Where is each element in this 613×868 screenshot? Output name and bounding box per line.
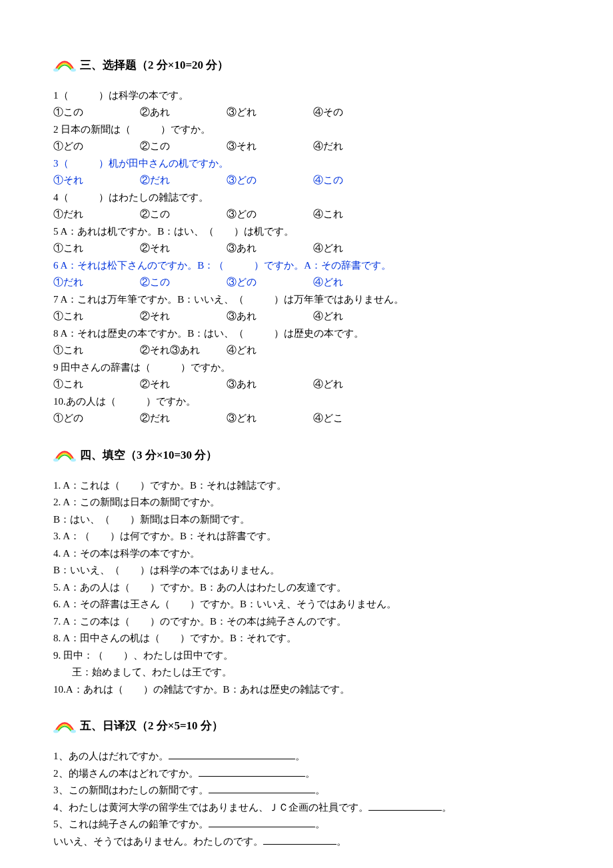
- q3-1-o3: ③どれ: [227, 104, 313, 121]
- q3-8-text: 8 A：それは歴史の本ですか。B：はい、（ ）は歴史の本です。: [53, 325, 560, 343]
- blank-line: [199, 767, 305, 777]
- q3-3-options: ①それ ②だれ ③どの ④この: [53, 172, 560, 189]
- q3-8-o3: ④どれ: [227, 342, 313, 359]
- q3-4-o4: ④これ: [313, 206, 400, 223]
- q3-10-options: ①どの ②だれ ③どれ ④どこ: [53, 410, 560, 427]
- q5-4-text: 4、わたしは黄河大学の留学生ではありません、ＪＣ企画の社員です。: [53, 802, 368, 813]
- q4-4a: 4. A：その本は科学の本ですか。: [53, 545, 560, 563]
- q3-1-o1: ①この: [53, 104, 140, 121]
- period: 。: [442, 802, 452, 813]
- section-4-title: 四、填空（3 分×10=30 分）: [80, 446, 217, 465]
- q3-1-o2: ②あれ: [140, 104, 227, 121]
- period: 。: [295, 751, 305, 761]
- blank-line: [263, 835, 336, 845]
- q3-10-o1: ①どの: [53, 410, 140, 427]
- rainbow-icon: [53, 720, 76, 733]
- q4-3: 3. A：（ ）は何ですか。B：それは辞書です。: [53, 528, 560, 545]
- svg-point-5: [71, 729, 76, 733]
- q4-7: 7. A：この本は（ ）のですか。B：その本は純子さんのです。: [53, 613, 560, 631]
- q5-5b-text: いいえ、そうではありません。わたしのです。: [53, 836, 263, 847]
- q3-10-o4: ④どこ: [313, 410, 400, 427]
- svg-point-4: [53, 729, 59, 733]
- period: 。: [336, 836, 346, 847]
- q3-9-o3: ③あれ: [227, 376, 313, 393]
- svg-point-1: [71, 69, 76, 72]
- q3-4-o2: ②この: [140, 206, 227, 223]
- q3-4-o3: ③どの: [227, 206, 313, 223]
- section-4-header: 四、填空（3 分×10=30 分）: [53, 446, 560, 465]
- q3-5-text: 5 A：あれは机ですか。B：はい、（ ）は机です。: [53, 223, 560, 241]
- q5-1-text: 1、あの人はだれですか。: [53, 751, 169, 761]
- q4-10: 10.A：あれは（ ）の雑誌ですか。B：あれは歴史の雑誌です。: [53, 681, 560, 699]
- q3-2-o2: ②この: [140, 138, 227, 155]
- q3-5-o2: ②それ: [140, 240, 227, 257]
- q3-10-text: 10.あの人は（ ）ですか。: [53, 393, 560, 411]
- q3-2-o1: ①どの: [53, 138, 140, 155]
- q4-4b: B：いいえ、（ ）は科学の本ではありません。: [53, 562, 560, 579]
- q3-6-options: ①だれ ②この ③どの ④どれ: [53, 274, 560, 291]
- q4-9b: 王：始めまして、わたしは王です。: [53, 664, 560, 681]
- q3-1-o4: ④その: [313, 104, 400, 121]
- q3-10-o2: ②だれ: [140, 410, 227, 427]
- q3-9-o2: ②それ: [140, 376, 227, 393]
- q3-7-o1: ①これ: [53, 308, 140, 325]
- q3-7-o2: ②それ: [140, 308, 227, 325]
- section-5-header: 五、日译汉（2 分×5=10 分）: [53, 717, 560, 736]
- section-3-header: 三、选择题（2 分×10=20 分）: [53, 56, 560, 75]
- q3-7-options: ①これ ②それ ③あれ ④どれ: [53, 308, 560, 325]
- q5-3: 3、この新聞はわたしの新聞です。。: [53, 782, 560, 799]
- blank-line: [169, 749, 295, 759]
- q3-1-text: 1（ ）は科学の本です。: [53, 87, 560, 105]
- q5-5-text: 5、これは純子さんの鉛筆ですか。: [53, 819, 209, 829]
- q3-9-text: 9 田中さんの辞書は（ ）ですか。: [53, 359, 560, 377]
- q5-2-text: 2、的場さんの本はどれですか。: [53, 768, 199, 779]
- q3-8-o4: [313, 342, 400, 359]
- q3-9-options: ①これ ②それ ③あれ ④どれ: [53, 376, 560, 393]
- q3-7-o3: ③あれ: [227, 308, 313, 325]
- q3-4-o1: ①だれ: [53, 206, 140, 223]
- q3-4-text: 4（ ）はわたしの雑誌です。: [53, 189, 560, 207]
- q3-5-options: ①これ ②それ ③あれ ④どれ: [53, 240, 560, 257]
- q3-2-o3: ③それ: [227, 138, 313, 155]
- q5-5b: いいえ、そうではありません。わたしのです。。: [53, 833, 560, 851]
- q5-1: 1、あの人はだれですか。。: [53, 748, 560, 765]
- q3-5-o3: ③あれ: [227, 240, 313, 257]
- q4-2a: 2. A：この新聞は日本の新聞ですか。: [53, 494, 560, 511]
- q5-3-text: 3、この新聞はわたしの新聞です。: [53, 785, 209, 795]
- q4-1: 1. A：これは（ ）ですか。B：それは雑誌です。: [53, 477, 560, 495]
- svg-point-0: [53, 69, 59, 72]
- blank-line: [368, 801, 442, 811]
- q3-6-o4: ④どれ: [313, 274, 400, 291]
- q3-6-o3: ③どの: [227, 274, 313, 291]
- q3-5-o1: ①これ: [53, 240, 140, 257]
- q5-4: 4、わたしは黄河大学の留学生ではありません、ＪＣ企画の社員です。。: [53, 799, 560, 817]
- q3-3-o3: ③どの: [227, 172, 313, 189]
- q3-3-o1: ①それ: [53, 172, 140, 189]
- rainbow-icon: [53, 449, 76, 462]
- q3-2-text: 2 日本の新聞は（ ）ですか。: [53, 121, 560, 139]
- q3-8-o1: ①これ: [53, 342, 140, 359]
- q3-6-o1: ①だれ: [53, 274, 140, 291]
- q3-3-o2: ②だれ: [140, 172, 227, 189]
- q3-6-text: 6 A：それは松下さんのですか。B：（ ）ですか。A：その辞書です。: [53, 257, 560, 275]
- period: 。: [315, 785, 325, 795]
- svg-point-2: [53, 459, 59, 462]
- q3-7-o4: ④どれ: [313, 308, 400, 325]
- q5-2: 2、的場さんの本はどれですか。。: [53, 765, 560, 783]
- q4-6: 6. A：その辞書は王さん（ ）ですか。B：いいえ、そうではありません。: [53, 596, 560, 613]
- q3-5-o4: ④どれ: [313, 240, 400, 257]
- q3-3-o4: ④この: [313, 172, 400, 189]
- svg-point-3: [71, 459, 76, 462]
- blank-line: [209, 783, 315, 793]
- q4-5: 5. A：あの人は（ ）ですか。B：あの人はわたしの友達です。: [53, 579, 560, 597]
- q3-1-options: ①この ②あれ ③どれ ④その: [53, 104, 560, 121]
- q4-8: 8. A：田中さんの机は（ ）ですか。B：それです。: [53, 630, 560, 647]
- q5-5: 5、これは純子さんの鉛筆ですか。。: [53, 816, 560, 833]
- period: 。: [315, 819, 325, 829]
- period: 。: [305, 768, 315, 779]
- q3-6-o2: ②この: [140, 274, 227, 291]
- rainbow-icon: [53, 59, 76, 72]
- q3-2-options: ①どの ②この ③それ ④だれ: [53, 138, 560, 155]
- q3-2-o4: ④だれ: [313, 138, 400, 155]
- q3-7-text: 7 A：これは万年筆ですか。B：いいえ、（ ）は万年筆ではありません。: [53, 291, 560, 309]
